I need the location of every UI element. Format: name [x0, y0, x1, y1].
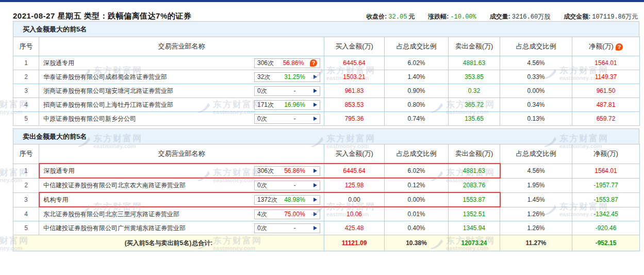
branch-name[interactable]: 中信建投证券股份有限公司广州黄埔东路证券营业部	[43, 224, 186, 233]
branch-name[interactable]: 中信建投证券股份有限公司北京农大南路证券营业部	[43, 181, 186, 190]
expand-arrow-icon[interactable]	[313, 212, 317, 216]
branch-name[interactable]: 深股通专用	[43, 59, 74, 68]
badge-percent: 31.25%	[279, 73, 310, 80]
expand-arrow-icon[interactable]	[313, 226, 317, 230]
expand-arrow-icon[interactable]	[313, 117, 317, 121]
help-icon[interactable]: ?	[310, 59, 317, 67]
column-header: 净额(万)?	[572, 37, 640, 56]
branch-name[interactable]: 浙商证券股份有限公司瑞安塘河北路证券营业部	[43, 87, 173, 95]
net-amount-cell: -1553.87	[572, 192, 640, 207]
sell-ratio-cell: 4.56%	[500, 56, 572, 70]
buy-ratio-cell: 0.12%	[385, 178, 449, 192]
expand-arrow-icon[interactable]	[313, 75, 317, 79]
sell-ratio-cell: 1.95%	[500, 178, 572, 192]
table-row: 2华泰证券股份有限公司成都蜀金路证券营业部32次31.25%1503.211.4…	[13, 70, 640, 84]
badge-count: 171次	[257, 101, 279, 109]
close-price-stat: 收盘价:32.05元	[366, 12, 415, 21]
volume-value: 3216.60万股	[512, 13, 550, 21]
trade-detail-badge[interactable]: 0次-	[254, 181, 320, 190]
trade-detail-badge[interactable]: 0次-	[254, 114, 320, 124]
column-header: 买入金额(万)	[324, 144, 385, 164]
column-header-label: 净额(万)	[593, 150, 618, 157]
page-title: 2021-08-27 星期五 类型：跌幅偏离值达7%的证券	[13, 11, 191, 21]
trade-detail-badge[interactable]: 32次31.25%	[254, 72, 320, 82]
trade-detail-badge[interactable]: 0次-	[254, 223, 320, 233]
expand-arrow-icon[interactable]	[313, 183, 317, 187]
sell-ratio-cell: 1.45%	[500, 192, 572, 207]
column-header: 序号	[13, 144, 39, 164]
table-row: 1深股通专用306次56.86%6445.646.02%4881.634.56%…	[13, 164, 640, 178]
net-amount-cell: 961.50	[572, 84, 640, 98]
table-row: 4招商证券股份有限公司上海牡丹江路证券营业部171次16.96%853.530.…	[13, 98, 640, 112]
summary-stats: 收盘价:32.05元 涨跌幅:-10.00% 成交量:3216.60万股 成交金…	[366, 12, 638, 21]
help-icon[interactable]: ?	[616, 43, 623, 51]
expand-arrow-icon[interactable]	[313, 198, 317, 202]
table-0-body: 1深股通专用306次56.86%?6445.646.02%4881.634.56…	[13, 56, 640, 126]
volume-label: 成交量:	[490, 13, 510, 20]
expand-arrow-icon[interactable]	[313, 89, 317, 93]
net-amount-cell: 1564.01	[572, 164, 640, 178]
column-header-label: 买入金额(万)	[335, 150, 373, 157]
buy-amount-cell: 0.00	[324, 192, 385, 207]
trade-detail-badge[interactable]: 4次75.00%	[254, 209, 320, 219]
change-pct-stat: 涨跌幅:-10.00%	[428, 12, 476, 21]
column-header: 占总成交比例	[500, 37, 572, 56]
column-header-label: 占总成交比例	[397, 42, 437, 50]
trade-detail-badge[interactable]: 306次56.86%?	[254, 58, 320, 68]
buy-ratio-cell: 0.74%	[385, 112, 449, 126]
buy-top5-section-title: 买入金额最大的前5名	[13, 21, 639, 37]
branch-name[interactable]: 招商证券股份有限公司上海牡丹江路证券营业部	[43, 101, 173, 109]
total-sell-ratio: 11.27%	[500, 235, 572, 251]
badge-count: 0次	[257, 115, 279, 123]
row-index: 5	[13, 221, 39, 235]
expand-arrow-icon[interactable]	[313, 169, 317, 173]
row-index: 2	[13, 70, 39, 84]
column-header-label: 卖出金额(万)	[455, 42, 493, 50]
sell-amount-cell: 1352.51	[449, 207, 500, 221]
column-header: 序号	[13, 37, 39, 56]
trade-detail-badge[interactable]: 1372次48.98%	[254, 195, 320, 205]
table-row: 3浙商证券股份有限公司瑞安塘河北路证券营业部0次-961.830.90%0.32…	[13, 84, 640, 98]
sell-ratio-cell: 0.33%	[500, 70, 572, 84]
row-index: 1	[13, 164, 39, 178]
trade-detail-badge[interactable]: 171次16.96%	[254, 100, 320, 110]
buy-ratio-cell: 0.40%	[385, 221, 449, 235]
close-price-value: 32.05	[388, 13, 407, 21]
branch-name[interactable]: 深股通专用	[44, 167, 75, 175]
badge-count: 306次	[257, 59, 279, 68]
branch-name[interactable]: 东北证券股份有限公司北京三里河东路证券营业部	[43, 210, 179, 219]
badge-count: 0次	[257, 224, 279, 233]
turnover-value: 107119.86万元	[592, 13, 638, 21]
buy-ratio-cell: 1.40%	[385, 70, 449, 84]
table-1-body: 1深股通专用306次56.86%6445.646.02%4881.634.56%…	[13, 164, 640, 235]
net-amount-cell: 487.81	[572, 98, 640, 112]
sell-ratio-cell: 1.26%	[500, 207, 572, 221]
column-header: 卖出金额(万)	[449, 144, 500, 164]
total-buy-ratio: 10.38%	[385, 235, 449, 251]
total-row: (买入前5名与卖出前5名)总合计: 11121.09 10.38% 12073.…	[13, 235, 640, 251]
close-price-unit: 元	[408, 13, 415, 20]
badge-count: 1372次	[257, 196, 279, 204]
top-accent-bar	[0, 0, 644, 2]
sell-amount-cell: 2083.76	[449, 178, 500, 192]
branch-name[interactable]: 中原证券股份有限公司新乡分公司	[43, 115, 136, 123]
expand-arrow-icon[interactable]	[313, 103, 317, 107]
branch-name[interactable]: 机构专用	[44, 196, 69, 204]
buy-ratio-cell: 0.01%	[385, 207, 449, 221]
badge-count: 0次	[257, 87, 279, 95]
badge-count: 32次	[257, 73, 279, 82]
branch-name-cell: 中信建投证券股份有限公司广州黄埔东路证券营业部0次-	[39, 221, 324, 235]
branch-name-cell: 深股通专用306次56.86%?	[39, 56, 324, 70]
branch-name[interactable]: 华泰证券股份有限公司成都蜀金路证券营业部	[43, 73, 167, 82]
total-net-amount: -952.15	[572, 235, 640, 251]
trade-detail-badge[interactable]: 0次-	[254, 86, 320, 96]
turnover-stat: 成交金额:107119.86万元	[564, 12, 638, 21]
sell-amount-cell: 365.72	[449, 98, 500, 112]
trade-detail-badge[interactable]: 306次56.86%	[254, 166, 320, 176]
buy-amount-cell: 6445.64	[324, 164, 385, 178]
total-label-cell: (买入前5名与卖出前5名)总合计:	[13, 235, 324, 251]
net-amount-cell: -1957.77	[572, 178, 640, 192]
column-header-label: 净额(万)	[589, 42, 614, 50]
close-price-label: 收盘价:	[366, 13, 387, 20]
total-label: (买入前5名与卖出前5名)	[125, 239, 191, 247]
